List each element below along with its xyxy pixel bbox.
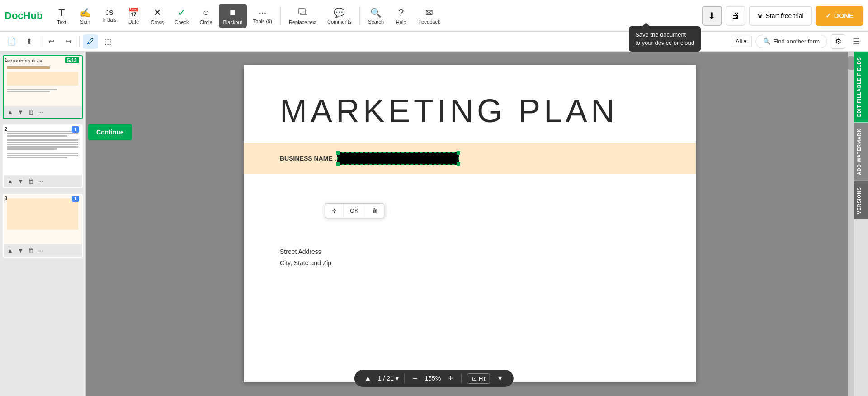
thumb-page-3-controls: ▲ ▼ 🗑 ··· bbox=[4, 244, 82, 257]
thumb-down-button[interactable]: ▼ bbox=[17, 177, 24, 186]
tool-blackout-button[interactable]: ■ Blackout bbox=[219, 4, 247, 28]
thumb-delete-button[interactable]: 🗑 bbox=[27, 246, 35, 255]
edit-fillable-label: EDIT FILLABLE FIELDS bbox=[857, 57, 862, 117]
tool-text-button[interactable]: T Text bbox=[51, 4, 72, 28]
trial-button[interactable]: ♛ Start free trial bbox=[749, 6, 812, 26]
thumb-delete-button[interactable]: 🗑 bbox=[27, 177, 35, 186]
main-content: MARKETING PLAN ▲ ▼ 🗑 ··· 1 5/13 bbox=[0, 52, 868, 396]
thumb-more-button[interactable]: ··· bbox=[38, 246, 44, 255]
business-label: BUSINESS NAME bbox=[280, 155, 333, 162]
nav-chevron-down-icon[interactable]: ▾ bbox=[396, 375, 399, 382]
highlight-icon: 🖊 bbox=[87, 38, 94, 46]
tool-circle-label: Circle bbox=[199, 19, 212, 25]
thumb-line bbox=[7, 148, 57, 150]
tool-replace-button[interactable]: Replace text bbox=[284, 4, 321, 28]
nav-page-total: / 21 bbox=[383, 375, 393, 382]
svg-rect-0 bbox=[299, 9, 305, 14]
tool-search-label: Search bbox=[368, 19, 384, 24]
new-doc-icon: 📄 bbox=[7, 37, 16, 46]
redo-button[interactable]: ↪ bbox=[61, 34, 75, 49]
nav-next-button[interactable]: ▼ bbox=[494, 372, 506, 384]
tool-date-button[interactable]: 📅 Date bbox=[123, 4, 145, 28]
ok-label: OK bbox=[350, 207, 359, 214]
blackout-field[interactable] bbox=[337, 152, 459, 165]
settings-button[interactable]: ⚙ bbox=[831, 34, 845, 49]
undo-button[interactable]: ↩ bbox=[44, 34, 58, 49]
corner-br bbox=[457, 162, 460, 166]
versions-tab[interactable]: VERSIONS bbox=[854, 181, 868, 219]
context-menu: ⊹ OK 🗑 bbox=[325, 203, 384, 218]
menu-button[interactable]: ☰ bbox=[849, 34, 863, 49]
delete-icon: 🗑 bbox=[372, 207, 377, 214]
main-toolbar: DocHub T Text ✍ Sign JS Initials 📅 Date … bbox=[0, 0, 868, 32]
thumb-up-button[interactable]: ▲ bbox=[6, 246, 14, 255]
thumb-page-2-badge: 1 bbox=[72, 126, 79, 133]
tool-initials-button[interactable]: JS Initials bbox=[98, 4, 121, 28]
tool-cross-button[interactable]: ✕ Cross bbox=[146, 4, 169, 28]
nav-fit-button[interactable]: ⊡ Fit bbox=[467, 373, 490, 384]
thumb-lines bbox=[7, 89, 78, 92]
nav-page-info: 1 / 21 ▾ bbox=[378, 375, 399, 382]
tool-check-button[interactable]: ✓ Check bbox=[170, 4, 193, 28]
tool-search-button[interactable]: 🔍 Search bbox=[363, 4, 388, 28]
nav-prev-button[interactable]: ▲ bbox=[362, 372, 374, 384]
find-form-button[interactable]: 🔍 Find another form bbox=[755, 35, 827, 48]
context-move-button[interactable]: ⊹ bbox=[326, 204, 344, 218]
thumb-more-button[interactable]: ··· bbox=[38, 177, 44, 186]
nav-down-icon: ▼ bbox=[496, 374, 504, 382]
tool-sign-button[interactable]: ✍ Sign bbox=[74, 4, 96, 28]
check-icon: ✓ bbox=[178, 7, 186, 19]
thumb-page-2[interactable]: ▲ ▼ 🗑 ··· bbox=[3, 124, 83, 188]
thumb-down-button[interactable]: ▼ bbox=[17, 108, 24, 116]
doc-title: MARKETING PLAN bbox=[280, 92, 660, 129]
tool-comments-button[interactable]: 💬 Comments bbox=[323, 4, 356, 28]
thumb-page-1-controls: ▲ ▼ 🗑 ··· bbox=[4, 106, 82, 118]
done-button[interactable]: ✓ DONE bbox=[816, 6, 863, 26]
all-button[interactable]: All ▾ bbox=[731, 36, 752, 47]
thumb-up-button[interactable]: ▲ bbox=[6, 108, 14, 116]
continue-button[interactable]: Continue bbox=[88, 124, 132, 140]
thumb-delete-button[interactable]: 🗑 bbox=[27, 108, 35, 116]
tool-check-label: Check bbox=[175, 19, 189, 25]
highlight-button[interactable]: 🖊 bbox=[83, 34, 98, 49]
new-doc-button[interactable]: 📄 bbox=[5, 34, 19, 49]
tool-circle-button[interactable]: ○ Circle bbox=[195, 4, 217, 28]
tb2-separator-1 bbox=[40, 36, 40, 47]
edit-fillable-tab[interactable]: EDIT FILLABLE FIELDS bbox=[854, 52, 868, 122]
logo[interactable]: DocHub bbox=[5, 10, 42, 22]
watermark-tab[interactable]: ADD WATERMARK bbox=[854, 123, 868, 181]
thumb-page-1[interactable]: MARKETING PLAN ▲ ▼ 🗑 ··· bbox=[3, 55, 83, 119]
context-delete-button[interactable]: 🗑 bbox=[365, 204, 384, 218]
doc-highlight-row: BUSINESS NAME : bbox=[244, 143, 696, 174]
tool-tools-label: Tools (9) bbox=[253, 19, 272, 24]
tool-tools-button[interactable]: ··· Tools (9) bbox=[249, 4, 277, 28]
thumb-more-button[interactable]: ··· bbox=[38, 108, 44, 116]
print-button[interactable]: 🖨 bbox=[726, 6, 745, 26]
thumb-line bbox=[7, 89, 57, 90]
thumb-page-2-container: ▲ ▼ 🗑 ··· 2 1 bbox=[3, 124, 83, 188]
tool-sign-label: Sign bbox=[80, 19, 90, 24]
thumb-line bbox=[7, 133, 78, 134]
thumb-up-button[interactable]: ▲ bbox=[6, 177, 14, 186]
tools-icon: ··· bbox=[259, 7, 267, 18]
tool-help-button[interactable]: ? Help bbox=[390, 4, 412, 28]
scroll-thumb[interactable] bbox=[848, 56, 854, 70]
thumb-page3-block bbox=[7, 198, 78, 230]
address-line2: City, State and Zip bbox=[280, 258, 660, 269]
doc-area[interactable]: MARKETING PLAN BUSINESS NAME : ⊹ OK bbox=[86, 52, 854, 396]
nav-zoom-out-button[interactable]: − bbox=[410, 373, 420, 384]
select-button[interactable]: ⬚ bbox=[100, 34, 115, 49]
thumb-page-1-badge: 5/13 bbox=[65, 57, 79, 63]
context-ok-button[interactable]: OK bbox=[344, 204, 365, 218]
upload-doc-button[interactable]: ⬆ bbox=[22, 34, 36, 49]
thumb-down-button[interactable]: ▼ bbox=[17, 246, 24, 255]
download-button[interactable]: ⬇ bbox=[702, 6, 722, 26]
tool-feedback-button[interactable]: ✉ Feedback bbox=[414, 4, 444, 28]
scroll-indicator bbox=[848, 52, 854, 396]
tool-initials-label: Initials bbox=[102, 17, 116, 23]
thumb-page-3[interactable]: ▲ ▼ 🗑 ··· bbox=[3, 194, 83, 258]
tool-text-label: Text bbox=[57, 19, 66, 25]
nav-zoom-in-button[interactable]: + bbox=[445, 373, 456, 384]
move-icon: ⊹ bbox=[332, 207, 337, 214]
nav-page-select[interactable]: 1 bbox=[378, 375, 382, 382]
